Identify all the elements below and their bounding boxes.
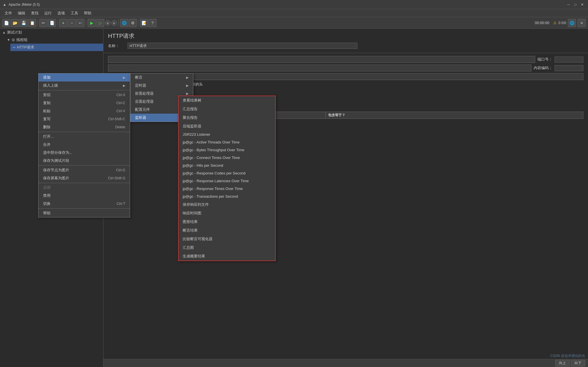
ctx-backend-listener[interactable]: 后端监听器 bbox=[179, 122, 275, 131]
ctx-copy[interactable]: 复制 Ctrl-C bbox=[38, 99, 130, 107]
toolbar-undo[interactable]: ↩ bbox=[76, 19, 84, 27]
ctx-transactions-label: jp@gc - Transactions per Second bbox=[183, 194, 238, 199]
ctx-assertion[interactable]: 断言 ▶ bbox=[130, 73, 193, 81]
ctx-help[interactable]: 帮助 bbox=[38, 209, 130, 217]
ctx-save-selection[interactable]: 选中部分保存为... bbox=[38, 149, 130, 157]
ctx-response-time-graph[interactable]: 响应时间图 bbox=[179, 209, 275, 218]
ctx-connect-times[interactable]: jp@gc - Connect Times Over Time bbox=[179, 154, 275, 162]
port-input[interactable] bbox=[555, 57, 583, 63]
ctx-summary-report[interactable]: 汇总报告 bbox=[179, 105, 275, 113]
menu-help[interactable]: 帮助 bbox=[81, 9, 94, 17]
menu-find[interactable]: 查找 bbox=[28, 9, 41, 17]
ctx-graph-results[interactable]: 图形结果 bbox=[179, 218, 275, 226]
tree-test-plan[interactable]: ▲ 测试计划 bbox=[0, 29, 103, 36]
ctx-active-threads[interactable]: jp@gc - Active Threads Over Time bbox=[179, 138, 275, 146]
ctx-save-fragment[interactable]: 保存为测试片段 bbox=[38, 157, 130, 165]
toolbar-remote2[interactable]: ⚙ bbox=[129, 19, 137, 27]
maximize-button[interactable]: □ bbox=[572, 2, 578, 7]
ctx-generate-summary-label: 生成概要结果 bbox=[183, 254, 205, 259]
ctx-merge[interactable]: 合并 bbox=[38, 141, 130, 149]
ctx-post-processor-label: 后置处理器 bbox=[135, 99, 154, 104]
tree-thread-group[interactable]: ▼ ⚙ 线程组 bbox=[5, 36, 103, 44]
close-button[interactable]: ✕ bbox=[579, 2, 585, 7]
toolbar-shutdown[interactable]: ● bbox=[111, 20, 117, 26]
toolbar-remove[interactable]: − bbox=[68, 19, 76, 27]
toolbar-remote-icon[interactable]: 🌐 bbox=[568, 19, 576, 27]
ctx-insert-parent[interactable]: 插入上级 ▶ bbox=[38, 81, 130, 90]
ctx-generate-summary[interactable]: 生成概要结果 bbox=[179, 252, 275, 261]
ctx-save-node-img-shortcut: Ctrl-G bbox=[116, 168, 125, 172]
content-encoding-label: 内容编码： bbox=[534, 65, 552, 71]
ctx-response-times[interactable]: jp@gc - Response Times Over Time bbox=[179, 185, 275, 193]
toolbar-template[interactable]: 📝 bbox=[140, 19, 148, 27]
counter-display: 0 0/0 bbox=[558, 21, 566, 25]
toolbar-cut[interactable]: ✂ bbox=[39, 19, 47, 27]
timer-display: 00:00:00 bbox=[535, 21, 550, 25]
ctx-timer-arrow: ▶ bbox=[186, 84, 188, 88]
ctx-sep5 bbox=[38, 208, 130, 209]
port-label: 端口号： bbox=[537, 57, 552, 62]
path-input[interactable] bbox=[143, 73, 583, 80]
ctx-compare-assertion[interactable]: 比较断言可视化器 bbox=[179, 235, 275, 243]
toolbar-help[interactable]: ? bbox=[149, 19, 157, 27]
down-button[interactable]: 向下 bbox=[571, 360, 585, 366]
name-input[interactable] bbox=[128, 43, 357, 49]
toolbar-new[interactable]: 📄 bbox=[2, 19, 10, 27]
ctx-duplicate[interactable]: 复写 Ctrl-Shift-C bbox=[38, 115, 130, 123]
context-menu-3[interactable]: 查看结果树 汇总报告 聚合报告 后端监听器 JSR223 Listener jp… bbox=[178, 96, 276, 261]
toolbar-stop[interactable]: ● bbox=[105, 20, 111, 26]
tree-http-request[interactable]: ✏ HTTP请求 bbox=[10, 44, 103, 51]
ctx-summary-chart-label: 汇总图 bbox=[183, 245, 194, 250]
ctx-disable[interactable]: 禁用 bbox=[38, 192, 130, 200]
menu-options[interactable]: 选项 bbox=[55, 9, 68, 17]
ctx-cut[interactable]: 剪切 Ctrl-X bbox=[38, 91, 130, 99]
ctx-assertion-results[interactable]: 断言结果 bbox=[179, 226, 275, 235]
ctx-paste[interactable]: 粘贴 Ctrl-V bbox=[38, 107, 130, 115]
toolbar-run[interactable]: ▶ bbox=[88, 19, 96, 27]
menu-run[interactable]: 运行 bbox=[41, 9, 55, 17]
menu-file[interactable]: 文件 bbox=[2, 9, 15, 17]
ctx-delete[interactable]: 删除 Delete bbox=[38, 123, 130, 131]
ctx-response-codes[interactable]: jp@gc - Response Codes per Second bbox=[179, 169, 275, 177]
ctx-assertion-arrow: ▶ bbox=[186, 76, 188, 79]
toolbar-log[interactable]: ≡ bbox=[578, 19, 586, 27]
server-input[interactable] bbox=[108, 56, 535, 63]
panel-header: HTTP请求 名称： bbox=[103, 29, 588, 53]
tree-thread-label: 线程组 bbox=[16, 37, 28, 42]
context-menu-1[interactable]: 添加 ▶ 插入上级 ▶ 剪切 Ctrl-X 复制 Ctrl-C 粘贴 Ctrl-… bbox=[38, 73, 130, 218]
toolbar-save[interactable]: 💾 bbox=[20, 19, 28, 27]
menu-tools[interactable]: 工具 bbox=[68, 9, 81, 17]
ctx-open[interactable]: 打开... bbox=[38, 133, 130, 141]
ctx-paste-label: 粘贴 bbox=[43, 108, 51, 114]
ctx-pre-processor-arrow: ▶ bbox=[186, 92, 188, 96]
toolbar-remote[interactable]: 🌐 bbox=[120, 19, 128, 27]
ctx-response-time-graph-label: 响应时间图 bbox=[183, 211, 201, 216]
ctx-hits-per-second[interactable]: jp@gc - Hits per Second bbox=[179, 162, 275, 169]
toolbar-add[interactable]: + bbox=[59, 19, 67, 27]
ctx-transactions[interactable]: jp@gc - Transactions per Second bbox=[179, 193, 275, 200]
ctx-summary-chart[interactable]: 汇总图 bbox=[179, 243, 275, 252]
ctx-view-results-tree-label: 查看结果树 bbox=[183, 98, 201, 103]
ctx-timer[interactable]: 定时器 ▶ bbox=[130, 81, 193, 90]
ctx-save-response[interactable]: 保存响应到文件 bbox=[179, 200, 275, 209]
ctx-bytes-throughput[interactable]: jp@gc - Bytes Throughput Over Time bbox=[179, 146, 275, 154]
ctx-jsr223-listener[interactable]: JSR223 Listener bbox=[179, 131, 275, 138]
toolbar-run-nopause[interactable]: ▷ bbox=[96, 19, 104, 27]
toolbar-open[interactable]: 📂 bbox=[11, 19, 19, 27]
ctx-save-screen-img[interactable]: 保存屏幕为图片 Ctrl-Shift-G bbox=[38, 174, 130, 182]
ctx-sep3 bbox=[38, 165, 130, 166]
ctx-enable-label: 启用 bbox=[43, 185, 51, 190]
ctx-view-results-tree[interactable]: 查看结果树 bbox=[179, 96, 275, 105]
content-encoding-input[interactable] bbox=[555, 65, 583, 71]
encoding-input[interactable] bbox=[108, 65, 531, 71]
toolbar-saveas[interactable]: 📋 bbox=[28, 19, 36, 27]
ctx-aggregate-report[interactable]: 聚合报告 bbox=[179, 113, 275, 122]
ctx-save-node-img[interactable]: 保存节点为图片 Ctrl-G bbox=[38, 166, 130, 174]
up-button[interactable]: 向上 bbox=[555, 360, 570, 366]
ctx-response-latencies[interactable]: jp@gc - Response Latencies Over Time bbox=[179, 177, 275, 185]
minimize-button[interactable]: ─ bbox=[566, 2, 571, 7]
menu-edit[interactable]: 编辑 bbox=[15, 9, 28, 17]
ctx-add[interactable]: 添加 ▶ bbox=[38, 73, 130, 81]
toolbar-copy[interactable]: 📑 bbox=[48, 19, 56, 27]
ctx-toggle[interactable]: 切换 Ctrl-T bbox=[38, 200, 130, 208]
